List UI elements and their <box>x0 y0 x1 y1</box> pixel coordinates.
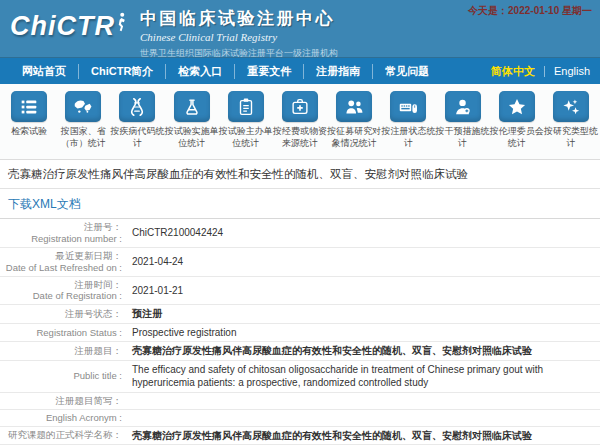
toolbar-item-label: 按经费或物资来源统计 <box>273 126 327 149</box>
row-value: 2021-04-24 <box>128 253 600 271</box>
site-header: 今天是：2022-01-10 星期一 ChiCTR 中国临床试验注册中心 Chi… <box>0 0 600 57</box>
row-value: Prospective registration <box>128 324 600 342</box>
site-titles: 中国临床试验注册中心 Chinese Clinical Trial Regist… <box>140 7 338 60</box>
table-row: 注册号状态： 预注册 <box>0 305 600 324</box>
row-label: 注册题目： <box>0 343 128 359</box>
row-label: 研究课题的正式科学名称： <box>0 427 128 443</box>
star-icon <box>499 91 535 122</box>
row-value <box>128 416 600 420</box>
lang-zh-link[interactable]: 简体中文 <box>491 64 535 79</box>
row-value: 壳寡糖治疗原发性痛风伴高尿酸血症的有效性和安全性的随机、双盲、安慰剂对照临床试验 <box>128 342 600 360</box>
sparkles-icon <box>553 91 589 122</box>
nav-item-1[interactable]: ChiCTR简介 <box>78 64 165 79</box>
medkit-icon <box>282 91 318 122</box>
row-label: Registration Status : <box>0 325 128 341</box>
row-value: ChiCTR2100042424 <box>128 224 600 242</box>
stats-toolbar: 检索试验 按国家、省（市）统计 按疾病代码统计 按试验实施单位统计 按试验主办单… <box>0 84 600 160</box>
nav-item-4[interactable]: 注册指南 <box>303 64 372 79</box>
numbered-list-icon <box>11 91 47 122</box>
table-row: 注册题目： 壳寡糖治疗原发性痛风伴高尿酸血症的有效性和安全性的随机、双盲、安慰剂… <box>0 342 600 361</box>
toolbar-item-label: 按试验主办单位统计 <box>219 126 273 149</box>
nav-item-0[interactable]: 网站首页 <box>10 64 78 79</box>
lang-switch: 简体中文 English <box>491 64 590 79</box>
download-row: 下载XML文档 <box>0 189 600 219</box>
toolbar-item[interactable]: 检索试验 <box>2 91 56 138</box>
toolbar-item[interactable]: 按征募研究对象情况统计 <box>327 91 381 149</box>
table-row: English Acronym : <box>0 410 600 427</box>
site-title-en: Chinese Clinical Trial Registry <box>140 31 338 43</box>
row-label: 注册时间：Date of Registration : <box>0 277 128 305</box>
main-nav: 网站首页 ChiCTR简介 检索入口 重要文件 注册指南 常见问题 简体中文 E… <box>0 57 600 84</box>
row-label: English Acronym : <box>0 410 128 426</box>
nav-item-3[interactable]: 重要文件 <box>234 64 303 79</box>
row-value: 壳寡糖治疗原发性痛风伴高尿酸血症的有效性和安全性的随机、双盲、安慰剂对照临床试验 <box>128 427 600 445</box>
toolbar-item[interactable]: 按疾病代码统计 <box>110 91 164 149</box>
toolbar-item-label: 按伦理委员会统计 <box>490 126 544 149</box>
row-label: 注册号状态： <box>0 306 128 322</box>
keyboard-mouse-icon <box>390 91 426 122</box>
toolbar-item-label: 按研究类型统计 <box>544 126 598 149</box>
registration-detail-table: 注册号：Registration number : ChiCTR21000424… <box>0 219 600 445</box>
flask-icon <box>174 91 210 122</box>
toolbar-item[interactable]: 按注册状态统计 <box>381 91 435 149</box>
row-value: 2021-01-21 <box>128 282 600 300</box>
chictr-logo[interactable]: ChiCTR <box>10 7 127 45</box>
table-row: 注册时间：Date of Registration : 2021-01-21 <box>0 277 600 306</box>
row-value: 预注册 <box>128 305 600 323</box>
dna-icon <box>119 91 155 122</box>
toolbar-item-label: 按试验实施单位统计 <box>165 126 219 149</box>
trial-page-title: 壳寡糖治疗原发性痛风伴高尿酸血症的有效性和安全性的随机、双盲、安慰剂对照临床试验 <box>0 160 600 189</box>
table-row: Registration Status : Prospective regist… <box>0 324 600 343</box>
table-row: 研究课题的正式科学名称： 壳寡糖治疗原发性痛风伴高尿酸血症的有效性和安全性的随机… <box>0 427 600 445</box>
world-map-icon <box>65 91 101 122</box>
toolbar-item[interactable]: 按试验主办单位统计 <box>219 91 273 149</box>
row-label: 最近更新日期：Date of Last Refreshed on : <box>0 248 128 276</box>
nav-item-2[interactable]: 检索入口 <box>165 64 234 79</box>
lang-en-link[interactable]: English <box>554 65 590 77</box>
people-icon <box>336 91 372 122</box>
runner-icon <box>116 11 126 35</box>
chictr-logo-text: ChiCTR <box>10 7 115 45</box>
toolbar-item-label: 按征募研究对象情况统计 <box>327 126 381 149</box>
toolbar-item-label: 按疾病代码统计 <box>110 126 164 149</box>
row-label: 注册题目简写： <box>0 393 128 409</box>
toolbar-item[interactable]: 按试验实施单位统计 <box>165 91 219 149</box>
toolbar-item-label: 按干预措施统计 <box>436 126 490 149</box>
toolbar-item[interactable]: 按国家、省（市）统计 <box>56 91 110 149</box>
row-value <box>128 399 600 403</box>
download-xml-link[interactable]: 下载XML文档 <box>8 197 81 211</box>
table-row: 注册题目简写： <box>0 393 600 410</box>
nav-item-5[interactable]: 常见问题 <box>372 64 441 79</box>
today-date: 今天是：2022-01-10 星期一 <box>468 4 592 18</box>
clipboard-icon <box>228 91 264 122</box>
site-title-zh: 中国临床试验注册中心 <box>140 7 338 30</box>
toolbar-item[interactable]: 按经费或物资来源统计 <box>273 91 327 149</box>
toolbar-item[interactable]: 按研究类型统计 <box>544 91 598 149</box>
row-value: The efficacy and safety of chitosan olig… <box>128 361 600 392</box>
toolbar-item-label: 按国家、省（市）统计 <box>56 126 110 149</box>
who-subtitle: 世界卫生组织国际临床试验注册平台一级注册机构 <box>140 47 338 60</box>
table-row: 最近更新日期：Date of Last Refreshed on : 2021-… <box>0 248 600 277</box>
toolbar-item-label: 检索试验 <box>11 126 47 138</box>
toolbar-item[interactable]: 按干预措施统计 <box>436 91 490 149</box>
table-row: Public title : The efficacy and safety o… <box>0 361 600 393</box>
toolbar-item-label: 按注册状态统计 <box>381 126 435 149</box>
chictr-page: 今天是：2022-01-10 星期一 ChiCTR 中国临床试验注册中心 Chi… <box>0 0 600 445</box>
toolbar-item[interactable]: 按伦理委员会统计 <box>490 91 544 149</box>
row-label: 注册号：Registration number : <box>0 219 128 247</box>
table-row: 注册号：Registration number : ChiCTR21000424… <box>0 219 600 248</box>
row-label: Public title : <box>0 368 128 384</box>
doctor-icon <box>445 91 481 122</box>
nav-items: 网站首页 ChiCTR简介 检索入口 重要文件 注册指南 常见问题 <box>10 58 441 84</box>
lang-separator <box>544 66 545 77</box>
